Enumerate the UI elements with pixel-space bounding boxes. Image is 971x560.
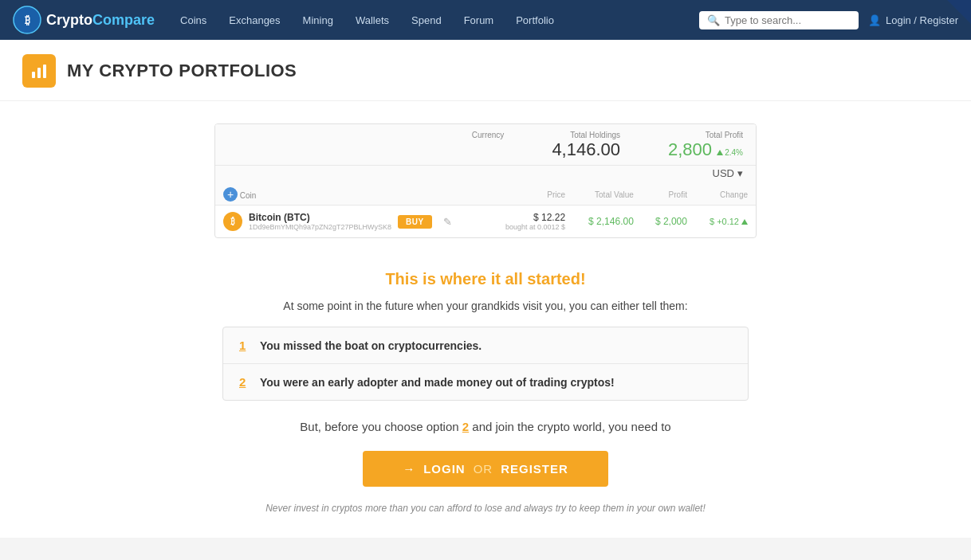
choices-box: 1 You missed the boat on cryptocurrencie…	[222, 327, 749, 401]
currency-row: USD ▾	[215, 166, 756, 184]
col-header-profit: Profit	[642, 184, 695, 206]
change-up-arrow-icon	[741, 219, 748, 225]
change-cell: $ +0.12	[695, 206, 756, 238]
nav-spend[interactable]: Spend	[400, 0, 453, 40]
profit-cell: $ 2,000	[642, 206, 695, 238]
total-value: $ 2,146.00	[588, 216, 634, 227]
nav-exchanges[interactable]: Exchanges	[218, 0, 291, 40]
coin-cell: ₿ Bitcoin (BTC) 1Dd9eBmYMtQh9a7pZN2gT27P…	[215, 206, 489, 238]
coin-address: 1Dd9eBmYMtQh9a7pZN2gT27PBLHWySK8	[249, 223, 391, 231]
user-icon: 👤	[868, 14, 881, 26]
tagline: This is where it all started!	[32, 270, 939, 288]
logo[interactable]: ₿ CryptoCompare	[13, 6, 155, 34]
content-area: This is where it all started! At some po…	[0, 246, 971, 538]
nav-links: Coins Exchanges Mining Wallets Spend For…	[169, 0, 699, 40]
choice-1-num: 1	[239, 339, 249, 352]
choice-2-num: 2	[239, 375, 249, 389]
svg-rect-4	[43, 65, 46, 78]
currency-select[interactable]: USD ▾	[713, 167, 743, 179]
profit-amount: 2,800	[668, 139, 712, 159]
cta-suffix: and join the crypto world, you need to	[472, 420, 670, 433]
login-register-button[interactable]: → LOGIN OR REGISTER	[363, 451, 608, 487]
svg-rect-2	[32, 72, 35, 78]
logo-text-crypto: Crypto	[46, 12, 92, 28]
table-row: ₿ Bitcoin (BTC) 1Dd9eBmYMtQh9a7pZN2gT27P…	[215, 206, 756, 238]
col-header-total-value: Total Value	[573, 184, 642, 206]
bar-chart-icon	[29, 61, 49, 80]
currency-label: Currency	[472, 131, 505, 139]
page-header: MY CRYPTO PORTFOLIOS	[0, 40, 971, 101]
change-value: $ +0.12	[710, 217, 739, 226]
portfolio-table: + Coin Price Total Value Profit Change ₿	[215, 184, 756, 237]
login-text: LOGIN	[423, 462, 466, 476]
coin-profit: $ 2,000	[655, 216, 687, 227]
profit-badge: 2.4%	[717, 148, 743, 157]
currency-value: USD	[713, 167, 734, 179]
choice-2-text: You were an early adopter and made money…	[260, 376, 615, 389]
choice-1: 1 You missed the boat on cryptocurrencie…	[223, 327, 748, 364]
total-value-cell: $ 2,146.00	[573, 206, 642, 238]
col-header-price: Price	[489, 184, 573, 206]
profit-col: Total Profit 2,800 2.4%	[668, 131, 743, 160]
buy-button[interactable]: BUY	[398, 215, 432, 229]
profit-value: 2,800 2.4%	[668, 139, 743, 159]
holdings-label: Total Holdings	[552, 131, 620, 139]
nav-mining[interactable]: Mining	[292, 0, 344, 40]
logo-text-compare: Compare	[92, 12, 155, 28]
choice-1-text: You missed the boat on cryptocurrencies.	[260, 339, 482, 352]
logo-icon: ₿	[13, 6, 41, 34]
portfolio-summary: Currency Total Holdings 4,146.00 Total P…	[215, 124, 756, 166]
holdings-col: Total Holdings 4,146.00	[552, 131, 620, 160]
description: At some point in the future when your gr…	[32, 300, 939, 312]
price-main: $ 12.22	[497, 212, 565, 223]
register-text: REGISTER	[501, 462, 568, 476]
coin-name: Bitcoin (BTC)	[249, 212, 391, 223]
portfolio-preview: Currency Total Holdings 4,146.00 Total P…	[214, 123, 757, 238]
col-header-change: Change	[695, 184, 756, 206]
navbar: ₿ CryptoCompare Coins Exchanges Mining W…	[0, 0, 971, 40]
bitcoin-icon: ₿	[223, 212, 242, 231]
login-register[interactable]: 👤 Login / Register	[868, 14, 958, 26]
add-coin-button[interactable]: +	[223, 187, 238, 202]
price-sub: bought at 0.0012 $	[497, 223, 565, 231]
page-title: MY CRYPTO PORTFOLIOS	[67, 61, 297, 81]
search-bar[interactable]: 🔍	[699, 11, 859, 29]
login-icon: →	[403, 462, 415, 476]
corner-accent	[947, 0, 971, 24]
holdings-value: 4,146.00	[552, 139, 620, 159]
profit-pct: 2.4%	[725, 148, 743, 157]
choice-2: 2 You were an early adopter and made mon…	[223, 364, 748, 400]
search-icon: 🔍	[707, 14, 720, 26]
currency-col: Currency	[472, 131, 505, 160]
nav-portfolio[interactable]: Portfolio	[505, 0, 565, 40]
cta-num: 2	[462, 420, 469, 433]
profit-label: Total Profit	[668, 131, 743, 139]
cta-prefix: But, before you choose option	[300, 420, 458, 433]
col-header-coin: + Coin	[215, 184, 489, 206]
svg-text:₿: ₿	[25, 14, 30, 26]
portfolio-icon	[22, 54, 56, 88]
edit-icon[interactable]: ✎	[443, 216, 452, 228]
cta-text: But, before you choose option 2 and join…	[32, 420, 939, 433]
coin-header: Coin	[240, 191, 257, 200]
chevron-down-icon: ▾	[737, 167, 743, 179]
nav-forum[interactable]: Forum	[453, 0, 505, 40]
search-input[interactable]	[725, 14, 851, 26]
or-label: OR	[474, 462, 493, 476]
up-arrow-icon	[717, 150, 723, 155]
price-cell: $ 12.22 bought at 0.0012 $	[489, 206, 573, 238]
nav-wallets[interactable]: Wallets	[344, 0, 400, 40]
nav-coins[interactable]: Coins	[169, 0, 218, 40]
disclaimer: Never invest in cryptos more than you ca…	[32, 503, 939, 514]
main-content: MY CRYPTO PORTFOLIOS Currency Total Hold…	[0, 40, 971, 538]
svg-rect-3	[37, 68, 41, 78]
